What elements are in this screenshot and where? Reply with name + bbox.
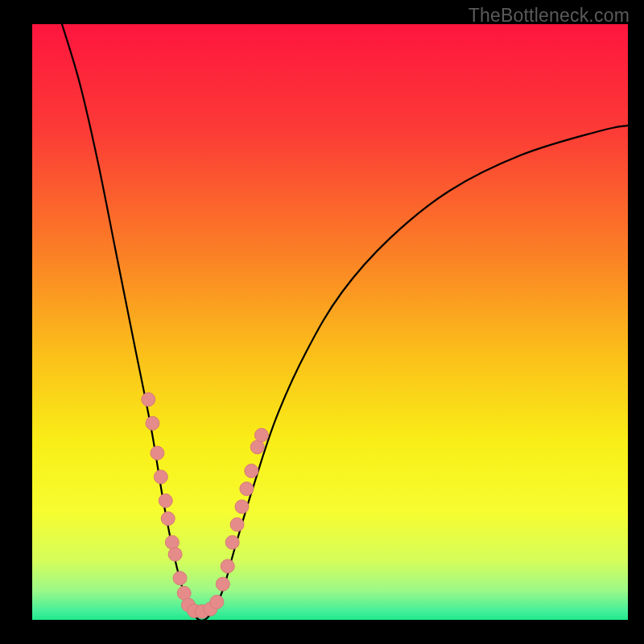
curve-layer bbox=[32, 24, 628, 620]
marker-dot bbox=[168, 547, 182, 561]
marker-dot bbox=[146, 416, 159, 430]
bottleneck-curve bbox=[62, 24, 628, 620]
chart-frame: TheBottleneck.com bbox=[0, 0, 644, 644]
marker-dot bbox=[210, 595, 224, 609]
marker-dot bbox=[161, 512, 175, 526]
marker-dot bbox=[142, 393, 155, 407]
marker-dot bbox=[230, 518, 244, 531]
marker-dot bbox=[240, 482, 254, 496]
marker-dot bbox=[151, 446, 164, 460]
marker-dot bbox=[165, 535, 179, 549]
marker-dot bbox=[154, 470, 167, 484]
marker-dot bbox=[221, 559, 234, 573]
watermark-text: TheBottleneck.com bbox=[469, 5, 630, 27]
plot-area bbox=[32, 24, 628, 620]
marker-dot bbox=[254, 428, 268, 442]
marker-dot bbox=[235, 500, 249, 514]
marker-dot bbox=[225, 535, 239, 549]
marker-dot bbox=[159, 494, 172, 508]
marker-dot bbox=[245, 464, 258, 478]
marker-dot bbox=[173, 572, 187, 585]
marker-group bbox=[142, 393, 269, 618]
marker-dot bbox=[216, 577, 229, 591]
